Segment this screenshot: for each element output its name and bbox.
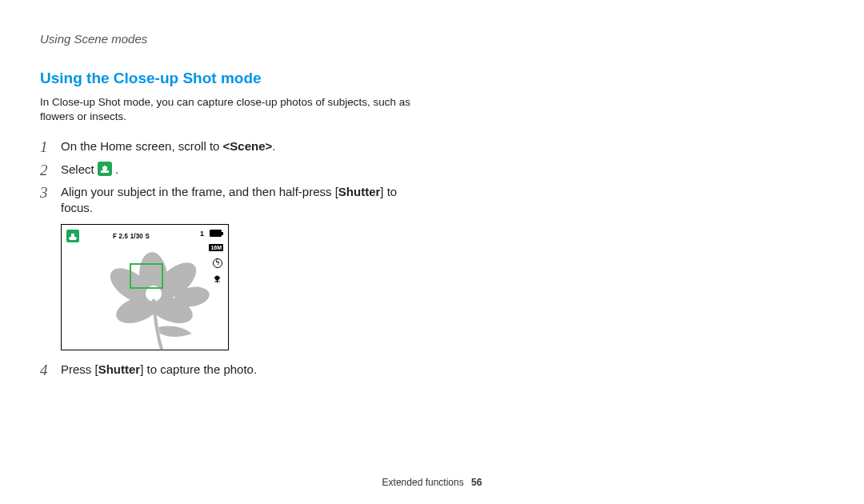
battery-icon <box>210 230 222 237</box>
flower-illustration <box>98 239 218 351</box>
page-number: 56 <box>471 477 482 488</box>
step-text-pre: Select <box>61 162 98 176</box>
step-number: 4 <box>40 360 48 381</box>
shutter-tag: Shutter <box>338 185 381 198</box>
footer-section: Extended functions <box>382 477 464 488</box>
step-text-post: . <box>272 139 275 153</box>
step-text-pre: On the Home screen, scroll to <box>61 139 223 153</box>
step-2: 2 Select . <box>40 162 424 178</box>
step-number: 3 <box>40 182 48 203</box>
mode-chip-icon <box>66 230 79 242</box>
step-text-post: ] to capture the photo. <box>140 362 257 376</box>
shot-count: 1 <box>200 230 204 238</box>
step-1: 1 On the Home screen, scroll to <Scene>. <box>40 138 424 154</box>
camera-preview-figure: F 2.5 1/30 S 1 16M <box>61 224 229 350</box>
scene-tag: <Scene> <box>223 139 273 153</box>
macro-mode-icon <box>98 162 112 176</box>
step-text-post: . <box>112 162 118 176</box>
step-number: 1 <box>40 137 48 158</box>
steps-list: 1 On the Home screen, scroll to <Scene>.… <box>40 138 424 378</box>
step-number: 2 <box>40 160 48 181</box>
step-text-pre: Align your subject in the frame, and the… <box>61 185 338 198</box>
page-footer: Extended functions 56 <box>0 477 864 488</box>
shutter-tag: Shutter <box>98 362 141 376</box>
section-heading: Using the Close-up Shot mode <box>40 70 824 87</box>
focus-rectangle <box>130 263 163 289</box>
intro-paragraph: In Close-up Shot mode, you can capture c… <box>40 95 424 124</box>
step-3: 3 Align your subject in the frame, and t… <box>40 184 424 217</box>
step-text-pre: Press [ <box>61 362 98 376</box>
running-head: Using Scene modes <box>40 32 824 46</box>
manual-page: Using Scene modes Using the Close-up Sho… <box>0 0 864 378</box>
step-4: 4 Press [Shutter] to capture the photo. <box>40 362 424 378</box>
